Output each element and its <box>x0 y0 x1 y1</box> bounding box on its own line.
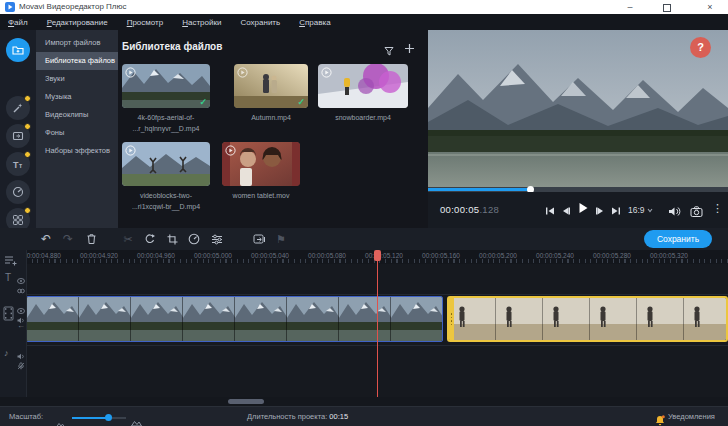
menu-settings[interactable]: Настройки <box>182 18 221 27</box>
audio-track-record-icon[interactable] <box>17 356 25 374</box>
status-bar: Масштаб: Длительность проекта: 00:15 Уве… <box>0 406 728 426</box>
properties-sliders-icon[interactable] <box>210 232 224 246</box>
playhead-handle[interactable] <box>374 250 381 261</box>
playhead-line[interactable] <box>377 250 378 397</box>
library-nav: Импорт файлов Библиотека файлов Звуки Му… <box>36 30 118 228</box>
badge-dot <box>24 123 31 130</box>
maximize-button[interactable] <box>663 4 671 12</box>
file-name: Autumn.mp4 <box>234 112 308 123</box>
minimize-button[interactable]: – <box>623 1 637 13</box>
filter-icon[interactable] <box>384 42 394 60</box>
badge-dot <box>24 151 31 158</box>
app-logo-icon <box>5 2 15 12</box>
speed-icon[interactable] <box>187 232 201 246</box>
track-header-column: T ← ♪ <box>0 250 27 397</box>
menu-bar: Файл Редактирование Просмотр Настройки С… <box>0 14 728 30</box>
next-frame-icon[interactable] <box>595 202 605 220</box>
nav-file-library[interactable]: Библиотека файлов <box>36 52 118 70</box>
stickers-clock-icon[interactable] <box>6 180 30 204</box>
nav-backgrounds[interactable]: Фоны <box>36 124 118 142</box>
zoom-label: Масштаб: <box>9 412 43 421</box>
play-overlay-icon <box>125 67 136 78</box>
delete-icon[interactable] <box>84 232 98 246</box>
file-thumb-snowboarder[interactable] <box>318 64 408 108</box>
nav-sounds[interactable]: Звуки <box>36 70 118 88</box>
video-track-icon <box>3 306 14 325</box>
svg-text:т: т <box>19 162 22 169</box>
tool-rail: Tт <box>0 30 36 228</box>
transition-wizard-icon[interactable] <box>252 232 266 246</box>
import-media-icon[interactable] <box>6 38 30 62</box>
file-thumb-women-tablet[interactable] <box>222 142 300 186</box>
title-track-icon: T <box>5 272 11 283</box>
snapshot-camera-icon[interactable] <box>690 203 703 221</box>
zoom-in-icon[interactable] <box>131 413 142 426</box>
file-library-panel: Библиотека файлов ✓ ✓ 4k-60fps-aerial-of… <box>118 30 428 228</box>
add-files-icon[interactable] <box>404 40 415 58</box>
timeline-clip-autumn-selected[interactable] <box>447 296 728 342</box>
notifications-label[interactable]: Уведомления <box>668 412 715 421</box>
timeline-tracks <box>0 264 728 397</box>
zoom-slider-handle[interactable] <box>105 414 112 421</box>
track-divider <box>0 294 728 295</box>
filters-wand-icon[interactable] <box>6 96 30 120</box>
badge-dot <box>24 207 31 214</box>
ruler-timecode: 00:00:05.120 <box>356 252 412 259</box>
ruler-timecode: 00:00:05.320 <box>641 252 697 259</box>
rotate-icon[interactable] <box>143 232 157 246</box>
titles-icon[interactable]: Tт <box>6 152 30 176</box>
nav-import-files[interactable]: Импорт файлов <box>36 34 118 52</box>
ruler-timecode: 00:00:05.280 <box>584 252 640 259</box>
timeline-clip-aerial[interactable] <box>26 296 443 342</box>
marker-flag-icon[interactable]: ⚑ <box>274 232 288 246</box>
nav-effect-sets[interactable]: Наборы эффектов <box>36 142 118 160</box>
zoom-out-icon[interactable] <box>56 414 65 426</box>
menu-help[interactable]: Справка <box>299 18 330 27</box>
undo-icon[interactable]: ↶ <box>39 232 53 246</box>
aspect-ratio-select[interactable]: 16:9 <box>628 205 653 215</box>
play-icon[interactable] <box>577 200 589 218</box>
video-track-motion-icon[interactable]: ← <box>17 321 25 330</box>
nav-video-clips[interactable]: Видеоклипы <box>36 106 118 124</box>
save-export-button[interactable]: Сохранить <box>644 230 712 248</box>
zoom-slider[interactable] <box>72 417 126 419</box>
transitions-icon[interactable] <box>6 124 30 148</box>
title-track-link-icon[interactable] <box>17 280 25 298</box>
clip-trim-handle[interactable] <box>449 298 454 340</box>
file-name: snowboarder.mp4 <box>318 112 408 123</box>
menu-edit[interactable]: Редактирование <box>47 18 108 27</box>
preview-more-icon[interactable]: ⋮ <box>712 202 723 215</box>
notifications-bell-icon[interactable] <box>655 412 665 426</box>
play-overlay-icon <box>125 145 136 156</box>
preview-video-frame[interactable] <box>428 30 728 187</box>
file-name: 4k-60fps-aerial-of-...r_hqlnnyvr__D.mp4 <box>122 112 210 134</box>
cut-icon[interactable]: ✂ <box>121 232 135 246</box>
add-track-icon[interactable] <box>4 252 17 270</box>
crop-icon[interactable] <box>165 232 179 246</box>
skip-start-icon[interactable] <box>545 202 555 220</box>
nav-music[interactable]: Музыка <box>36 88 118 106</box>
window-title: Movavi Видеоредактор Плюс <box>19 2 126 11</box>
timeline-hscrollbar[interactable] <box>0 397 728 406</box>
menu-file[interactable]: Файл <box>8 18 28 27</box>
ruler-timecode: 00:00:04.960 <box>128 252 184 259</box>
menu-view[interactable]: Просмотр <box>127 18 164 27</box>
play-overlay-icon <box>237 67 248 78</box>
volume-icon[interactable] <box>668 203 681 221</box>
file-thumb-autumn[interactable]: ✓ <box>234 64 308 108</box>
file-name: women tablet.mov <box>222 190 300 201</box>
ruler-timecode: 00:00:05.040 <box>242 252 298 259</box>
ruler-timecode: 00:00:05.240 <box>527 252 583 259</box>
hscrollbar-thumb[interactable] <box>228 399 264 404</box>
prev-frame-icon[interactable] <box>561 202 571 220</box>
close-button[interactable]: × <box>703 1 717 13</box>
file-thumb-videoblocks[interactable] <box>122 142 210 186</box>
play-overlay-icon <box>321 67 332 78</box>
file-thumb-aerial[interactable]: ✓ <box>122 64 210 108</box>
help-button[interactable]: ? <box>690 37 711 58</box>
play-overlay-icon <box>225 145 236 156</box>
menu-save[interactable]: Сохранить <box>240 18 280 27</box>
redo-icon[interactable]: ↷ <box>61 232 75 246</box>
selected-check-icon: ✓ <box>199 97 207 107</box>
skip-end-icon[interactable] <box>611 202 621 220</box>
